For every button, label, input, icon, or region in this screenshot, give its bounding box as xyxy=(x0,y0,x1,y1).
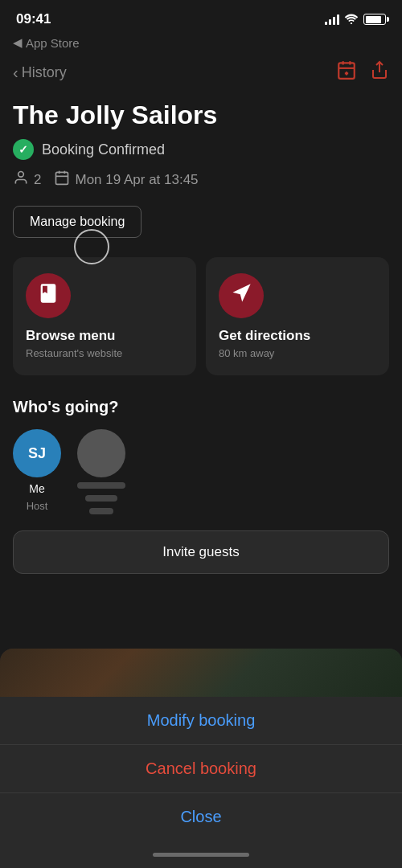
back-label: History xyxy=(22,64,67,81)
guests-list: SJ Me Host xyxy=(13,429,389,514)
wifi-icon xyxy=(344,13,359,27)
status-icons xyxy=(325,13,386,27)
svg-point-8 xyxy=(18,172,24,178)
guests-count: 2 xyxy=(34,172,41,188)
manage-booking-button[interactable]: Manage booking xyxy=(13,206,142,238)
guest-me: SJ Me Host xyxy=(13,429,61,512)
navigation-icon xyxy=(219,273,264,318)
guest-me-role: Host xyxy=(27,500,48,512)
nav-bar: ‹ History xyxy=(0,53,402,95)
close-option[interactable]: Close xyxy=(0,793,402,841)
calendar-icon xyxy=(54,170,70,190)
svg-rect-1 xyxy=(338,63,355,79)
get-directions-card[interactable]: Get directions 80 km away xyxy=(206,257,389,375)
guest-placeholder xyxy=(77,429,125,514)
avatar-placeholder xyxy=(77,429,125,477)
svg-point-0 xyxy=(351,22,352,23)
action-cards: Browse menu Restaurant's website Get dir… xyxy=(13,257,389,375)
invite-guests-button[interactable]: Invite guests xyxy=(13,530,389,574)
signal-icon xyxy=(325,14,339,25)
directions-title: Get directions xyxy=(219,328,376,344)
status-bar: 09:41 xyxy=(0,0,402,35)
guest-me-name: Me xyxy=(29,482,44,495)
avatar-me: SJ xyxy=(13,429,61,477)
app-store-text: App Store xyxy=(26,36,80,50)
person-icon xyxy=(13,170,29,190)
modify-booking-option[interactable]: Modify booking xyxy=(0,697,402,745)
booking-details: 2 Mon 19 Apr at 13:45 xyxy=(13,170,389,190)
bottom-sheet: Modify booking Cancel booking Close xyxy=(0,649,402,868)
booking-datetime: Mon 19 Apr at 13:45 xyxy=(75,172,198,188)
restaurant-image-peek xyxy=(0,649,402,697)
cancel-booking-option[interactable]: Cancel booking xyxy=(0,745,402,793)
booking-status: ✓ Booking Confirmed xyxy=(13,139,389,160)
directions-subtitle: 80 km away xyxy=(219,347,376,359)
battery-icon xyxy=(363,14,386,25)
browse-menu-title: Browse menu xyxy=(26,328,183,344)
back-button[interactable]: ‹ History xyxy=(13,63,67,82)
datetime-detail: Mon 19 Apr at 13:45 xyxy=(54,170,198,190)
guest-placeholder-info xyxy=(77,482,125,514)
browse-menu-subtitle: Restaurant's website xyxy=(26,347,183,359)
svg-rect-9 xyxy=(56,173,68,185)
nav-actions xyxy=(336,59,389,85)
share-icon[interactable] xyxy=(370,60,389,84)
confirmed-check-icon: ✓ xyxy=(13,139,34,160)
app-store-label: ◀ xyxy=(13,35,23,50)
whos-going-title: Who's going? xyxy=(13,398,389,416)
home-bar xyxy=(153,853,249,857)
whos-going-section: Who's going? SJ Me Host Invite guests xyxy=(13,398,389,590)
svg-marker-13 xyxy=(233,284,251,301)
restaurant-name: The Jolly Sailors xyxy=(13,101,389,129)
main-content: The Jolly Sailors ✓ Booking Confirmed 2 xyxy=(0,95,402,590)
calendar-add-icon[interactable] xyxy=(336,59,357,85)
browse-menu-card[interactable]: Browse menu Restaurant's website xyxy=(13,257,196,375)
back-chevron-icon: ‹ xyxy=(13,63,18,82)
guests-detail: 2 xyxy=(13,170,41,190)
home-indicator xyxy=(0,841,402,868)
menu-book-icon xyxy=(26,273,71,318)
status-time: 09:41 xyxy=(16,11,51,27)
booking-status-text: Booking Confirmed xyxy=(42,141,165,158)
